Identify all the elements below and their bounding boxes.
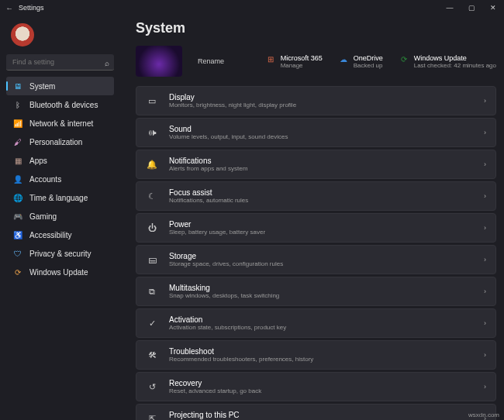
close-button[interactable]: ✕ [482,0,504,15]
sidebar-item-system[interactable]: 🖥System [6,77,114,95]
rename-link[interactable]: Rename [198,57,224,65]
setting-row-storage[interactable]: 🖴StorageStorage space, drives, configura… [136,245,496,274]
nav-label: Windows Update [29,268,88,277]
nav-icon: 👤 [12,174,23,184]
setting-row-notifications[interactable]: 🔔NotificationsAlerts from apps and syste… [136,150,496,179]
sidebar-item-apps[interactable]: ▦Apps [6,151,114,170]
status-icon: ⟳ [399,54,409,65]
nav-label: Accessibility [29,231,71,239]
row-icon: ☾ [146,190,158,202]
nav-label: Time & language [29,194,88,202]
status-onedrive[interactable]: ☁OneDriveBacked up [338,54,383,69]
status-microsoft-[interactable]: ⊞Microsoft 365Manage [265,54,323,69]
row-icon: ▭ [146,95,158,107]
nav-icon: 🖌 [12,136,23,147]
chevron-right-icon: › [484,256,486,263]
sidebar-item-time-language[interactable]: 🌐Time & language [6,188,114,207]
setting-row-troubleshoot[interactable]: 🛠TroubleshootRecommended troubleshooters… [136,340,496,370]
chevron-right-icon: › [484,224,486,232]
status-icon: ☁ [338,54,349,65]
row-icon: ⧉ [146,285,158,298]
status-icon: ⊞ [265,54,276,65]
sidebar-item-bluetooth-devices[interactable]: ᛒBluetooth & devices [6,95,114,114]
chevron-right-icon: › [484,383,486,391]
nav-label: Bluetooth & devices [29,101,98,109]
nav-icon: ᛒ [12,99,23,110]
nav-icon: 📶 [12,118,23,129]
nav-label: Privacy & security [29,250,91,258]
nav-label: Personalization [29,138,82,146]
search-input[interactable] [6,54,114,71]
chevron-right-icon: › [484,287,486,295]
maximize-button[interactable]: ▢ [461,0,482,15]
sidebar-item-accessibility[interactable]: ♿Accessibility [6,225,114,244]
minimize-button[interactable]: ― [439,0,461,15]
row-icon: 🔔 [146,158,158,170]
nav-icon: 🎮 [12,211,23,222]
nav-label: Gaming [29,212,57,221]
nav-label: System [29,82,55,91]
chevron-right-icon: › [484,192,486,200]
back-button[interactable]: ← [3,4,16,12]
sidebar: ⌕ 🖥SystemᛒBluetooth & devices📶Network & … [0,15,120,420]
setting-row-focus-assist[interactable]: ☾Focus assistNotifications, automatic ru… [136,181,496,211]
chevron-right-icon: › [484,351,486,359]
row-icon: 🛠 [146,349,158,361]
status-windows-update[interactable]: ⟳Windows UpdateLast checked: 42 minutes … [399,54,496,69]
desktop-preview[interactable] [136,46,182,77]
row-icon: ↺ [146,380,158,393]
page-title: System [136,20,496,36]
main-content: System Rename ⊞Microsoft 365Manage☁OneDr… [120,15,504,420]
setting-row-multitasking[interactable]: ⧉MultitaskingSnap windows, desktops, tas… [136,277,496,306]
row-icon: 🖴 [146,253,158,266]
row-icon: ⏻ [146,222,158,234]
nav-label: Apps [29,157,47,165]
setting-row-projecting-to-this-pc[interactable]: ⇱Projecting to this PCPermissions, pairi… [136,404,496,420]
sidebar-item-accounts[interactable]: 👤Accounts [6,170,114,188]
sidebar-item-windows-update[interactable]: ⟳Windows Update [6,263,114,281]
setting-row-power[interactable]: ⏻PowerSleep, battery usage, battery save… [136,213,496,243]
row-icon: ⇱ [146,412,158,420]
nav-icon: ♿ [12,229,23,240]
sidebar-item-gaming[interactable]: 🎮Gaming [6,207,114,225]
chevron-right-icon: › [484,160,486,168]
setting-row-activation[interactable]: ✓ActivationActivation state, subscriptio… [136,308,496,338]
sidebar-item-network-internet[interactable]: 📶Network & internet [6,114,114,133]
chevron-right-icon: › [484,129,486,136]
row-icon: 🕪 [146,126,158,139]
setting-row-recovery[interactable]: ↺RecoveryReset, advanced startup, go bac… [136,372,496,401]
nav-icon: ⟳ [12,267,23,277]
setting-row-sound[interactable]: 🕪SoundVolume levels, output, input, soun… [136,118,496,147]
nav-icon: 🌐 [12,192,23,203]
sidebar-item-privacy-security[interactable]: 🛡Privacy & security [6,244,114,263]
setting-row-display[interactable]: ▭DisplayMonitors, brightness, night ligh… [136,86,496,115]
nav-icon: ▦ [12,155,23,166]
search-icon[interactable]: ⌕ [105,58,109,67]
chevron-right-icon: › [484,97,486,105]
nav-label: Accounts [29,175,61,184]
nav-icon: 🛡 [12,248,23,259]
nav-label: Network & internet [29,119,93,128]
nav-icon: 🖥 [12,81,23,91]
user-avatar[interactable] [11,23,34,46]
watermark: wsxdn.com [468,411,499,418]
window-title: Settings [19,4,44,12]
row-icon: ✓ [146,317,158,329]
sidebar-item-personalization[interactable]: 🖌Personalization [6,133,114,151]
chevron-right-icon: › [484,319,486,327]
